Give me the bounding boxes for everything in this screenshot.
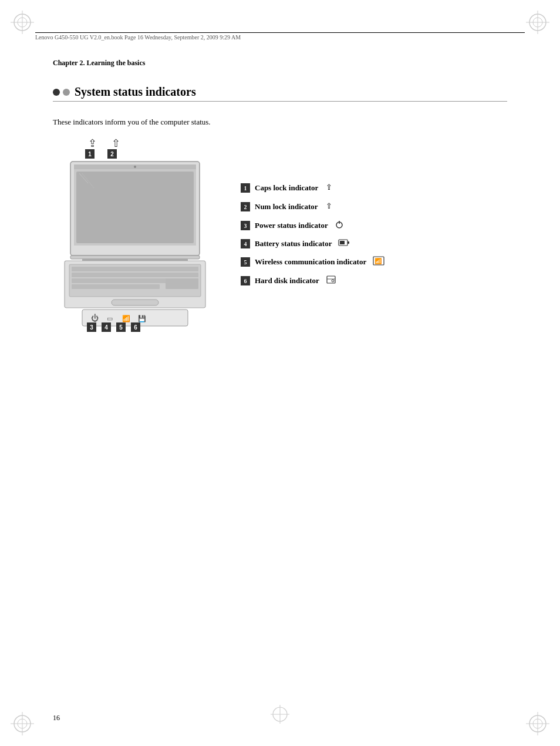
header-bar: Lenovo G450-550 UG V2.0_en.book Page 16 … xyxy=(35,32,525,41)
corner-mark-tr xyxy=(526,11,549,34)
svg-text:⇧: ⇧ xyxy=(326,201,332,210)
svg-text:2: 2 xyxy=(110,151,114,157)
indicator-num-1: 1 xyxy=(241,183,250,193)
svg-text:💾: 💾 xyxy=(138,314,146,322)
indicator-label-6: Hard disk indicator xyxy=(255,276,319,285)
indicators-list: 1Caps lock indicator⇪2Num lock indicator… xyxy=(241,135,507,337)
indicator-icon-2: ⇧ xyxy=(325,201,335,213)
page-number: 16 xyxy=(53,714,60,723)
svg-rect-57 xyxy=(348,241,349,244)
dot-black xyxy=(53,89,60,96)
svg-text:4: 4 xyxy=(104,324,108,331)
svg-text:5: 5 xyxy=(119,324,123,331)
indicator-label-2: Num lock indicator xyxy=(255,202,318,211)
indicator-icon-4 xyxy=(338,238,350,249)
description-text: These indicators inform you of the compu… xyxy=(53,117,211,127)
section-title: System status indicators xyxy=(75,85,196,99)
corner-mark-br xyxy=(526,712,549,735)
svg-text:6: 6 xyxy=(134,324,137,331)
indicator-num-2: 2 xyxy=(241,202,250,211)
indicator-label-4: Battery status indicator xyxy=(255,239,332,248)
svg-rect-36 xyxy=(72,284,160,289)
indicator-label-1: Caps lock indicator xyxy=(255,183,318,193)
bottom-crosshair xyxy=(268,703,292,728)
svg-text:⇪: ⇪ xyxy=(88,137,97,149)
indicator-num-6: 6 xyxy=(241,276,250,285)
indicator-label-5: Wireless communication indicator xyxy=(255,257,366,267)
corner-mark-bl xyxy=(11,712,34,735)
indicator-label-3: Power status indicator xyxy=(255,221,328,230)
svg-rect-61 xyxy=(327,276,335,283)
svg-text:⏻: ⏻ xyxy=(91,314,99,322)
indicator-icon-6 xyxy=(326,275,336,287)
indicator-item-1: 1Caps lock indicator⇪ xyxy=(241,182,507,194)
indicator-icon-5: 📶 xyxy=(373,256,384,268)
laptop-diagram: ⇪ ⇧ 1 2 xyxy=(53,135,229,337)
indicator-icon-3 xyxy=(335,220,344,231)
indicator-item-2: 2Num lock indicator⇧ xyxy=(241,201,507,213)
svg-rect-25 xyxy=(76,172,194,243)
svg-point-62 xyxy=(332,280,334,282)
indicator-item-4: 4Battery status indicator xyxy=(241,238,507,249)
dot-gray xyxy=(63,89,70,96)
svg-rect-33 xyxy=(72,267,198,271)
indicator-num-3: 3 xyxy=(241,221,250,230)
section-title-area: System status indicators xyxy=(53,85,507,102)
svg-text:⇧: ⇧ xyxy=(112,137,120,149)
section-dots xyxy=(53,89,70,96)
svg-text:📶: 📶 xyxy=(122,314,130,322)
svg-text:⇪: ⇪ xyxy=(326,183,332,191)
corner-mark-tl xyxy=(11,11,34,34)
svg-rect-38 xyxy=(112,300,158,305)
indicator-item-6: 6Hard disk indicator xyxy=(241,275,507,287)
svg-text:▭: ▭ xyxy=(107,315,113,322)
indicator-num-4: 4 xyxy=(241,239,250,248)
svg-text:3: 3 xyxy=(90,324,93,331)
svg-rect-34 xyxy=(72,273,198,277)
chapter-heading: Chapter 2. Learning the basics xyxy=(53,59,145,68)
svg-rect-58 xyxy=(340,241,345,244)
svg-text:1: 1 xyxy=(88,151,92,157)
indicator-icon-1: ⇪ xyxy=(325,182,335,194)
indicator-item-3: 3Power status indicator xyxy=(241,220,507,231)
indicator-num-5: 5 xyxy=(241,257,250,267)
header-text: Lenovo G450-550 UG V2.0_en.book Page 16 … xyxy=(35,34,241,41)
svg-point-28 xyxy=(134,166,136,168)
indicator-item-5: 5Wireless communication indicator📶 xyxy=(241,256,507,268)
svg-rect-37 xyxy=(166,278,198,289)
content-area: ⇪ ⇧ 1 2 xyxy=(53,135,507,337)
svg-text:📶: 📶 xyxy=(375,257,382,265)
